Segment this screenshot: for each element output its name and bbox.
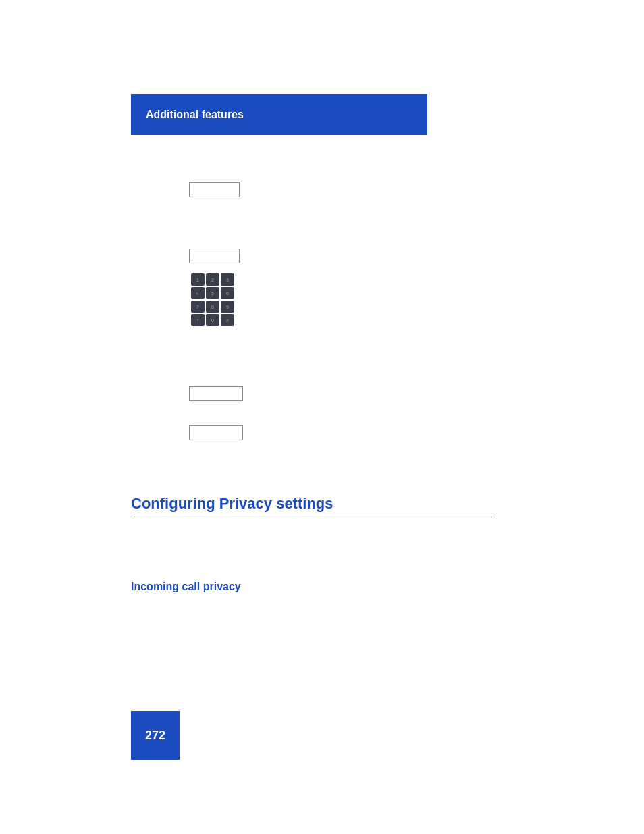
key-1-label: 1 bbox=[196, 278, 199, 282]
key-0[interactable]: 0 bbox=[206, 314, 219, 326]
section-header: Additional features bbox=[131, 94, 427, 135]
subsection-title: Incoming call privacy bbox=[131, 581, 241, 593]
key-1[interactable]: 1 bbox=[191, 273, 205, 286]
key-3[interactable]: 3 bbox=[221, 273, 234, 286]
key-5-label: 5 bbox=[211, 291, 214, 296]
key-7[interactable]: 7 bbox=[191, 301, 205, 313]
page-container: Additional features 1 2 3 4 5 6 7 8 bbox=[0, 0, 644, 834]
section-title-text: Configuring Privacy settings bbox=[131, 495, 492, 517]
key-8[interactable]: 8 bbox=[206, 301, 219, 313]
keypad-grid: 1 2 3 4 5 6 7 8 9 * 0 bbox=[191, 273, 238, 328]
input-box-4[interactable] bbox=[189, 425, 243, 440]
page-number-text: 272 bbox=[145, 729, 165, 743]
page-number-box: 272 bbox=[131, 711, 180, 760]
key-2[interactable]: 2 bbox=[206, 273, 219, 286]
key-6[interactable]: 6 bbox=[221, 287, 234, 299]
key-3-label: 3 bbox=[226, 278, 229, 282]
input-box-1[interactable] bbox=[189, 182, 240, 197]
section-header-text: Additional features bbox=[146, 109, 244, 121]
section-title: Configuring Privacy settings bbox=[131, 495, 492, 517]
key-hash-label: # bbox=[226, 318, 229, 323]
key-4[interactable]: 4 bbox=[191, 287, 205, 299]
key-star[interactable]: * bbox=[191, 314, 205, 326]
key-star-label: * bbox=[197, 318, 199, 323]
key-5[interactable]: 5 bbox=[206, 287, 219, 299]
key-2-label: 2 bbox=[211, 278, 214, 282]
key-6-label: 6 bbox=[226, 291, 229, 296]
input-box-2[interactable] bbox=[189, 249, 240, 263]
key-hash[interactable]: # bbox=[221, 314, 234, 326]
key-9-label: 9 bbox=[226, 305, 229, 309]
key-8-label: 8 bbox=[211, 305, 214, 309]
subsection-title-text: Incoming call privacy bbox=[131, 581, 241, 592]
key-0-label: 0 bbox=[211, 318, 214, 323]
input-box-3[interactable] bbox=[189, 386, 243, 401]
key-9[interactable]: 9 bbox=[221, 301, 234, 313]
key-7-label: 7 bbox=[196, 305, 199, 309]
key-4-label: 4 bbox=[196, 291, 199, 296]
